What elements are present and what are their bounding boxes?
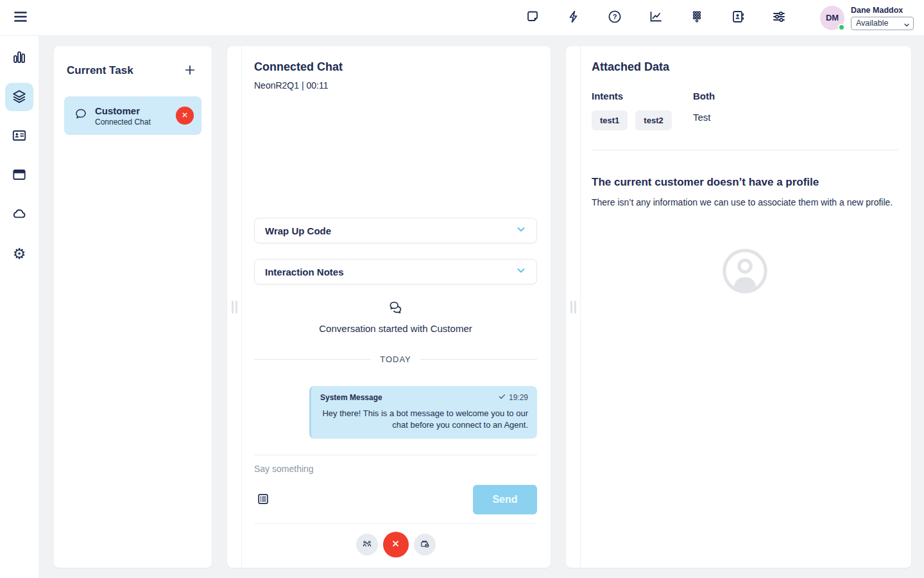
day-divider: TODAY <box>254 355 537 364</box>
user-name: Dane Maddox <box>851 6 914 15</box>
task-item-customer[interactable]: Customer Connected Chat <box>64 96 201 135</box>
send-button[interactable]: Send <box>473 485 537 514</box>
intent-pill: test2 <box>635 110 671 130</box>
preferences-button[interactable] <box>770 9 788 27</box>
system-message-bubble: System Message 19:29 Hey there! This is … <box>309 386 537 439</box>
spacer <box>254 91 537 218</box>
chevron-down-icon <box>516 224 526 237</box>
main-content: Current Task Customer Connected Chat <box>38 36 924 578</box>
tasks-title: Current Task <box>67 64 133 77</box>
gear-icon: ⚙ <box>13 247 26 261</box>
interaction-notes-label: Interaction Notes <box>265 267 344 277</box>
conversation-started-text: Conversation started with Customer <box>319 323 472 334</box>
help-icon: ? <box>607 9 622 26</box>
user-meta: Dane Maddox Available <box>851 6 914 30</box>
avatar-initials: DM <box>826 13 839 22</box>
transfer-icon <box>361 538 373 552</box>
close-icon <box>180 110 189 121</box>
body-row: ⚙ Current Task <box>0 36 924 578</box>
profile-placeholder <box>592 244 898 301</box>
contacts-icon <box>730 9 746 26</box>
canned-responses-icon <box>256 492 270 508</box>
chat-title: Connected Chat <box>254 60 537 74</box>
bar-chart-icon <box>11 49 28 67</box>
status-select[interactable]: Available <box>851 17 914 30</box>
tasks-header: Current Task <box>64 62 201 80</box>
quick-actions-icon <box>566 9 581 26</box>
section-divider <box>592 150 898 150</box>
check-icon <box>498 392 506 403</box>
flow-bot-icon <box>419 538 431 552</box>
status-dot <box>838 24 845 31</box>
canned-responses-button[interactable] <box>254 491 272 509</box>
both-column: Both Test <box>693 91 715 130</box>
chat-panel: Connected Chat NeonR2Q1 | 00:11 Wrap Up … <box>227 46 551 568</box>
sidebar-rail: ⚙ <box>0 36 38 578</box>
intents-pill-row: test1 test2 <box>592 110 693 130</box>
no-profile-heading: The current customer doesn’t have a prof… <box>592 176 898 189</box>
dialpad-button[interactable] <box>688 9 706 27</box>
quick-actions-button[interactable] <box>565 9 583 27</box>
app-root: ? <box>0 0 924 578</box>
sidebar-item-contacts[interactable] <box>5 122 33 150</box>
status-select-wrap: Available <box>851 17 914 30</box>
chat-column: Connected Chat NeonR2Q1 | 00:11 Wrap Up … <box>242 46 551 568</box>
preferences-icon <box>771 9 787 26</box>
attached-data-grid: Intents test1 test2 Both Test <box>592 91 898 130</box>
contacts-button[interactable] <box>729 9 747 27</box>
sidebar-item-apps[interactable] <box>5 161 33 189</box>
window-icon <box>11 166 28 185</box>
hamburger-icon <box>12 8 29 27</box>
avatar[interactable]: DM <box>820 6 844 30</box>
layers-icon <box>11 88 28 107</box>
message-time-text: 19:29 <box>509 393 528 402</box>
plus-icon <box>183 63 197 79</box>
task-subtitle: Connected Chat <box>95 118 169 127</box>
add-task-button[interactable] <box>181 62 199 80</box>
conversation-bubbles-icon <box>387 299 405 319</box>
end-chat-button[interactable] <box>383 532 409 557</box>
message-text: Hey there! This is a bot message to welc… <box>320 408 528 431</box>
chevron-down-icon <box>516 265 526 278</box>
message-time: 19:29 <box>498 392 528 403</box>
intent-pill: test1 <box>592 110 628 130</box>
notes-button[interactable] <box>524 9 542 27</box>
intents-label: Intents <box>592 91 693 101</box>
resize-handle[interactable] <box>570 301 576 313</box>
resize-handle[interactable] <box>232 301 237 313</box>
composer: Send <box>254 455 537 557</box>
topbar: ? <box>0 0 924 36</box>
task-title: Customer <box>95 105 169 116</box>
sidebar-item-settings[interactable]: ⚙ <box>5 240 33 268</box>
chat-panel-gutter <box>227 46 242 568</box>
both-value: Test <box>693 112 715 123</box>
hamburger-menu-button[interactable] <box>12 9 30 27</box>
message-input[interactable] <box>254 464 537 474</box>
profile-circle-icon <box>718 244 772 301</box>
performance-chart-button[interactable] <box>647 9 665 27</box>
wrap-up-code-accordion[interactable]: Wrap Up Code <box>254 218 537 243</box>
attached-data-panel: Attached Data Intents test1 test2 Both T… <box>566 46 911 568</box>
chat-bubble-icon <box>73 107 89 125</box>
sidebar-item-cloud-services[interactable] <box>5 200 33 229</box>
sidebar-item-performance[interactable] <box>5 44 33 72</box>
interaction-notes-accordion[interactable]: Interaction Notes <box>254 259 537 285</box>
flow-bot-button[interactable] <box>414 534 436 556</box>
end-task-button[interactable] <box>176 107 194 125</box>
intents-column: Intents test1 test2 <box>592 91 693 130</box>
wrap-up-code-label: Wrap Up Code <box>265 225 331 236</box>
notes-icon <box>525 9 540 26</box>
data-panel-gutter <box>566 46 581 568</box>
user-chip: DM Dane Maddox Available <box>820 6 914 30</box>
chat-action-row <box>254 532 537 557</box>
both-label: Both <box>693 91 715 101</box>
performance-chart-icon <box>648 9 663 26</box>
conversation-started-block: Conversation started with Customer <box>254 299 537 334</box>
day-divider-label: TODAY <box>380 355 411 364</box>
attached-data-column: Attached Data Intents test1 test2 Both T… <box>581 46 911 568</box>
message-header: System Message 19:29 <box>320 392 528 403</box>
help-button[interactable]: ? <box>606 9 624 27</box>
cloud-icon <box>11 206 28 224</box>
sidebar-item-interactions[interactable] <box>5 83 33 111</box>
transfer-button[interactable] <box>356 534 378 556</box>
